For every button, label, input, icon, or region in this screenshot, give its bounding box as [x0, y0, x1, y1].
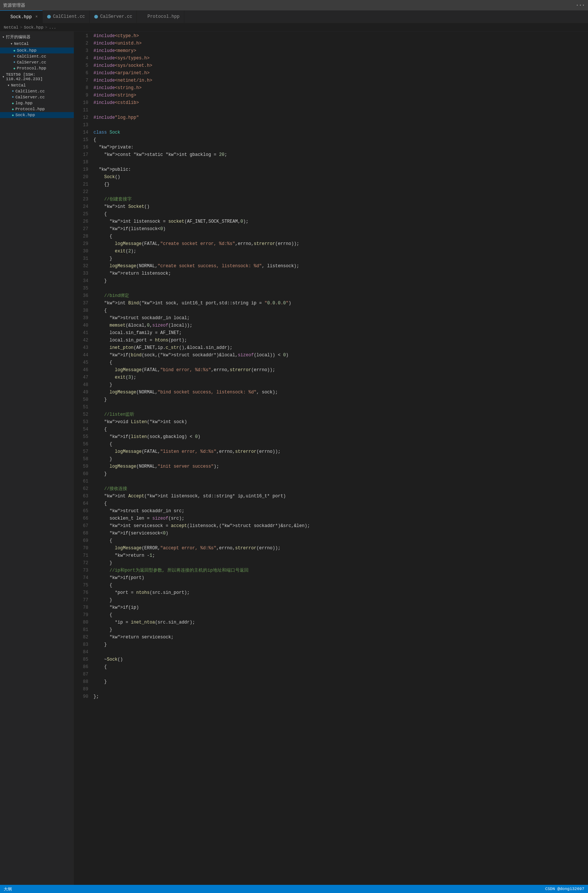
code-container: 1234567891011121314151617181920212223242…: [74, 32, 588, 885]
editor-area[interactable]: 1234567891011121314151617181920212223242…: [74, 32, 588, 885]
sidebar-netcal-group[interactable]: ▾ NetCal: [0, 41, 74, 47]
line-number-87: 87: [74, 671, 88, 678]
sidebar-open-file-Sock-hpp[interactable]: ◆Sock.hpp×: [0, 48, 74, 53]
code-line-11: [93, 107, 588, 114]
code-line-37: "kw">int Bind("kw">int sock, uint16_t po…: [93, 299, 588, 307]
sidebar-ssh-file-Protocol-hpp[interactable]: ◆Protocol.hpp: [0, 106, 74, 112]
code-line-44: "kw">if(bind(sock,("kw">struct sockaddr*…: [93, 352, 588, 359]
open-editors-header[interactable]: ▾ 打开的编辑器: [0, 33, 74, 41]
code-line-40: memset(&local,0,sizeof(local));: [93, 322, 588, 329]
line-number-50: 50: [74, 396, 88, 403]
code-line-63: "kw">int Accept("kw">int listensock, std…: [93, 493, 588, 500]
status-outline[interactable]: 大纲: [4, 886, 12, 892]
file-name-CalClient.cc: CalClient.cc: [17, 54, 46, 59]
breadcrumb-part-2[interactable]: Sock.hpp: [24, 25, 44, 30]
code-line-86: {: [93, 663, 588, 671]
file-name-CalServer.cc: CalServer.cc: [17, 60, 46, 65]
tab-icon-sock-hpp: [4, 15, 8, 19]
code-line-31: }: [93, 255, 588, 262]
line-number-49: 49: [74, 389, 88, 396]
sidebar-ssh-file-CalClient-cc[interactable]: ●CalClient.cc: [0, 88, 74, 94]
netcal-chevron: ▾: [10, 42, 13, 46]
line-number-27: 27: [74, 225, 88, 233]
code-line-80: *ip = inet_ntoa(src.sin_addr);: [93, 619, 588, 626]
code-line-69: {: [93, 537, 588, 544]
code-line-67: "kw">int servicesock = accept(listensock…: [93, 522, 588, 530]
tab-sock-hpp[interactable]: Sock.hpp×: [0, 11, 43, 23]
ssh-file-name-Sock.hpp: Sock.hpp: [15, 113, 35, 117]
sidebar-ssh-file-log-hpp[interactable]: ◆log.hpp: [0, 100, 74, 106]
code-line-35: [93, 285, 588, 292]
line-number-64: 64: [74, 500, 88, 507]
tab-icon-calclient-cc: [47, 15, 51, 18]
tab-calserver-cc[interactable]: CalServer.cc: [90, 11, 137, 23]
file-close-Protocol.hpp[interactable]: ×: [69, 66, 71, 71]
file-close-Sock.hpp[interactable]: ×: [69, 49, 71, 53]
line-number-22: 22: [74, 188, 88, 195]
code-line-61: [93, 478, 588, 485]
code-line-58: }: [93, 456, 588, 463]
code-line-53: "kw">void Listen("kw">int sock): [93, 418, 588, 426]
line-number-23: 23: [74, 195, 88, 203]
test-ssh-chevron: ▾: [2, 75, 4, 79]
line-number-29: 29: [74, 240, 88, 248]
line-number-5: 5: [74, 62, 88, 69]
breadcrumb: NetCal>Sock.hpp>...: [0, 23, 588, 32]
sidebar-ssh-file-Sock-hpp[interactable]: ◆Sock.hpp: [0, 112, 74, 118]
code-line-52: //listen监听: [93, 411, 588, 418]
code-line-10: #include<cstdlib>: [93, 99, 588, 107]
line-number-17: 17: [74, 151, 88, 158]
code-line-7: #include<netinet/in.h>: [93, 77, 588, 84]
line-number-8: 8: [74, 84, 88, 92]
code-line-20: Sock(): [93, 173, 588, 181]
line-number-34: 34: [74, 277, 88, 285]
breadcrumb-part-4[interactable]: ...: [49, 25, 56, 30]
code-line-55: "kw">if(listen(sock,gbacklog) < 0): [93, 433, 588, 440]
line-number-12: 12: [74, 114, 88, 121]
code-line-77: }: [93, 597, 588, 604]
code-line-79: {: [93, 611, 588, 619]
sidebar-open-file-CalClient-cc[interactable]: ●CalClient.cc×: [0, 53, 74, 59]
file-close-CalClient.cc[interactable]: ×: [69, 54, 71, 59]
netcal-label: NetCal: [14, 42, 29, 46]
file-icon-CalClient.cc: ●: [14, 54, 15, 58]
code-line-59: logMessage(NORMAL,"init server success")…: [93, 463, 588, 470]
tab-protocol-hpp[interactable]: Protocol.hpp: [137, 11, 184, 23]
breadcrumb-part-0[interactable]: NetCal: [4, 25, 18, 30]
code-line-32: logMessage(NORMAL,"create socket success…: [93, 262, 588, 270]
code-line-13: [93, 121, 588, 129]
ssh-file-icon-Protocol.hpp: ◆: [12, 107, 14, 111]
line-number-58: 58: [74, 456, 88, 463]
tab-icon-protocol-hpp: [141, 15, 145, 18]
test-ssh-header[interactable]: ▾TEST50 [SSH: 110.42.246.233]: [0, 71, 74, 83]
code-line-72: }: [93, 559, 588, 567]
sidebar-ssh-file-CalServer-cc[interactable]: ●CalServer.cc: [0, 94, 74, 100]
code-line-45: {: [93, 359, 588, 366]
code-line-82: "kw">return servicesock;: [93, 634, 588, 641]
sidebar-test-netcal[interactable]: ▾NetCal: [0, 83, 74, 88]
ssh-file-icon-CalClient.cc: ●: [12, 89, 14, 93]
line-number-90: 90: [74, 693, 88, 701]
tab-calclient-cc[interactable]: CalClient.cc: [43, 11, 90, 23]
line-number-85: 85: [74, 656, 88, 663]
sidebar-open-file-CalServer-cc[interactable]: ●CalServer.cc×: [0, 59, 74, 65]
code-line-39: "kw">struct sockaddr_in local;: [93, 314, 588, 322]
test-ssh-section: ▾TEST50 [SSH: 110.42.246.233]▾NetCal●Cal…: [0, 71, 74, 118]
sidebar-open-file-Protocol-hpp[interactable]: ◆Protocol.hpp×: [0, 65, 74, 71]
status-left: 大纲: [4, 886, 12, 892]
file-close-CalServer.cc[interactable]: ×: [69, 60, 71, 65]
file-icon-Protocol.hpp: ◆: [14, 66, 15, 71]
title-bar-text: 资源管理器: [3, 2, 25, 9]
line-number-56: 56: [74, 440, 88, 448]
title-bar-menu[interactable]: ···: [576, 2, 585, 8]
code-line-64: {: [93, 500, 588, 507]
line-number-80: 80: [74, 619, 88, 626]
code-line-56: {: [93, 440, 588, 448]
ssh-file-name-CalServer.cc: CalServer.cc: [15, 95, 45, 99]
tab-close-sock-hpp[interactable]: ×: [36, 15, 38, 19]
line-number-31: 31: [74, 255, 88, 262]
code-line-43: inet_pton(AF_INET,ip.c_str(),&local.sin_…: [93, 344, 588, 352]
line-number-38: 38: [74, 307, 88, 314]
line-number-1: 1: [74, 32, 88, 40]
line-number-68: 68: [74, 530, 88, 537]
